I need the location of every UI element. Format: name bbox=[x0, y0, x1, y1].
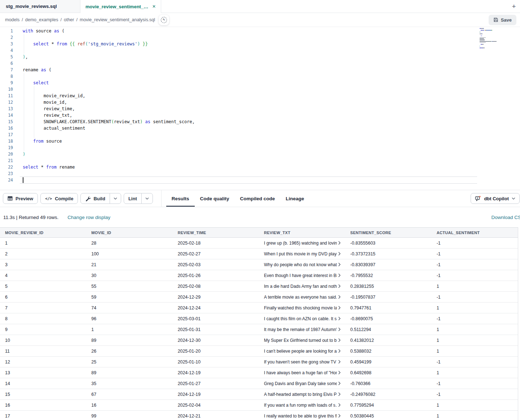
build-button[interactable]: Build bbox=[81, 193, 110, 204]
expand-row-icon[interactable] bbox=[338, 252, 341, 256]
expand-row-button[interactable] bbox=[338, 349, 341, 353]
expand-row-button[interactable] bbox=[338, 241, 341, 245]
expand-row-icon[interactable] bbox=[338, 360, 341, 364]
expand-row-icon[interactable] bbox=[338, 327, 341, 331]
expand-row-icon[interactable] bbox=[338, 338, 341, 342]
code-line[interactable]: 24 bbox=[0, 177, 520, 183]
cell-movie_review_id: 14 bbox=[0, 381, 86, 386]
code-line[interactable]: 16 actual_sentiment bbox=[0, 125, 520, 131]
code-line[interactable]: 18 from source bbox=[0, 138, 520, 144]
expand-row-icon[interactable] bbox=[338, 403, 341, 407]
expand-row-button[interactable] bbox=[338, 295, 341, 299]
table-row: 12252025-01-10If you haven't seen the go… bbox=[0, 357, 518, 367]
code-line[interactable]: 8 bbox=[0, 73, 520, 80]
expand-row-icon[interactable] bbox=[338, 295, 341, 299]
cell-review_txt: I caught this film on AZN on cable. It s… bbox=[259, 316, 345, 321]
cell-review_time: 2025-01-27 bbox=[173, 381, 259, 386]
tab-lineage[interactable]: Lineage bbox=[280, 190, 309, 207]
code-line[interactable]: 2 bbox=[0, 34, 520, 41]
expand-row-icon[interactable] bbox=[338, 371, 341, 375]
review-text: Greg Davis and Bryan Daly take some … bbox=[264, 381, 337, 386]
breadcrumb-item[interactable]: models bbox=[5, 17, 19, 22]
save-button[interactable]: Save bbox=[489, 15, 516, 25]
code-line[interactable]: 6 bbox=[0, 60, 520, 67]
expand-row-button[interactable] bbox=[338, 317, 341, 321]
cell-review_time: 2024-12-19 bbox=[173, 392, 259, 397]
code-editor[interactable]: 1with source as (23 select * from {{ ref… bbox=[0, 27, 520, 190]
line-number: 2 bbox=[0, 34, 13, 41]
code-line[interactable]: 13 review_time, bbox=[0, 106, 520, 112]
expand-row-button[interactable] bbox=[338, 284, 341, 288]
expand-row-icon[interactable] bbox=[338, 263, 341, 267]
line-number: 8 bbox=[0, 73, 13, 80]
tab-compiled-code[interactable]: Compiled code bbox=[235, 190, 281, 207]
expand-row-icon[interactable] bbox=[338, 284, 341, 288]
minimap[interactable] bbox=[480, 28, 505, 50]
expand-row-icon[interactable] bbox=[338, 392, 341, 396]
dbt-copilot-button[interactable]: dbt Copilot bbox=[471, 193, 520, 204]
code-line[interactable]: 5), bbox=[0, 54, 520, 60]
new-tab-button[interactable]: + bbox=[508, 0, 520, 13]
cell-actual_sentiment: 1 bbox=[432, 284, 518, 289]
download-csv-link[interactable]: Download CSV bbox=[491, 215, 520, 220]
code-line[interactable]: 11 movie_review_id, bbox=[0, 93, 520, 99]
breadcrumb-item[interactable]: demo_examples bbox=[25, 17, 58, 22]
code-line[interactable]: 3 select * from {{ ref('stg_movie_review… bbox=[0, 41, 520, 47]
tab-code-quality[interactable]: Code quality bbox=[195, 190, 235, 207]
expand-row-icon[interactable] bbox=[338, 273, 341, 277]
expand-row-button[interactable] bbox=[338, 392, 341, 396]
file-tab-movie-review-sentiment[interactable]: movie_review_sentiment_… ✕ bbox=[80, 0, 161, 13]
code-line[interactable]: 14 review_txt, bbox=[0, 112, 520, 119]
expand-row-button[interactable] bbox=[338, 273, 341, 277]
build-dropdown-button[interactable] bbox=[110, 193, 121, 204]
code-line[interactable]: 10 bbox=[0, 86, 520, 93]
expand-row-button[interactable] bbox=[338, 306, 341, 310]
copilot-edit-button[interactable]: ✎ bbox=[159, 15, 169, 25]
cell-sentiment_score: -0.24976082 bbox=[345, 392, 431, 397]
expand-row-button[interactable] bbox=[338, 371, 341, 375]
expand-row-button[interactable] bbox=[338, 360, 341, 364]
expand-row-icon[interactable] bbox=[338, 349, 341, 353]
results-table-body: 1282025-02-18I grew up (b. 1965) watchin… bbox=[0, 238, 518, 420]
code-line[interactable]: 21 bbox=[0, 157, 520, 164]
expand-row-button[interactable] bbox=[338, 327, 341, 331]
expand-row-button[interactable] bbox=[338, 252, 341, 256]
expand-row-button[interactable] bbox=[338, 338, 341, 342]
expand-row-button[interactable] bbox=[338, 414, 341, 418]
code-line[interactable]: 23 bbox=[0, 170, 520, 177]
code-line[interactable]: 4 bbox=[0, 47, 520, 54]
expand-row-button[interactable] bbox=[338, 403, 341, 407]
change-row-display-link[interactable]: Change row display bbox=[67, 215, 110, 220]
tab-results[interactable]: Results bbox=[166, 190, 195, 207]
code-line[interactable]: 20) bbox=[0, 151, 520, 157]
lint-button[interactable]: Lint bbox=[124, 193, 141, 204]
table-row: 11262025-01-20I can't believe people are… bbox=[0, 346, 518, 357]
breadcrumb-item[interactable]: movie_review_sentiment_analysis.sql bbox=[80, 17, 155, 22]
code-line[interactable]: 12 movie_id, bbox=[0, 99, 520, 106]
code-line[interactable]: 9 select bbox=[0, 80, 520, 86]
expand-row-icon[interactable] bbox=[338, 306, 341, 310]
breadcrumb-item[interactable]: other bbox=[64, 17, 74, 22]
cell-sentiment_score: 0.50380445 bbox=[345, 414, 431, 419]
compile-button[interactable]: </> Compile bbox=[40, 193, 78, 204]
file-tab-label: movie_review_sentiment_… bbox=[85, 4, 148, 9]
file-tab-stg-movie-reviews[interactable]: stg_movie_reviews.sql bbox=[0, 0, 80, 13]
expand-row-icon[interactable] bbox=[338, 414, 341, 418]
preview-button[interactable]: Preview bbox=[3, 193, 38, 204]
expand-row-icon[interactable] bbox=[338, 317, 341, 321]
expand-row-icon[interactable] bbox=[338, 241, 341, 245]
code-line[interactable]: 22select * from rename bbox=[0, 164, 520, 170]
expand-row-button[interactable] bbox=[338, 263, 341, 267]
expand-row-icon[interactable] bbox=[338, 381, 341, 385]
cell-review_time: 2024-12-19 bbox=[173, 370, 259, 375]
lint-dropdown-button[interactable] bbox=[141, 193, 153, 204]
code-line[interactable]: 15 SNOWFLAKE.CORTEX.SENTIMENT(review_txt… bbox=[0, 119, 520, 125]
code-line[interactable]: 19 bbox=[0, 144, 520, 151]
code-line[interactable]: 17 bbox=[0, 131, 520, 138]
code-line[interactable]: 7rename as ( bbox=[0, 67, 520, 73]
cell-review_time: 2024-12-24 bbox=[173, 305, 259, 310]
cell-movie_review_id: 13 bbox=[0, 370, 86, 375]
code-line[interactable]: 1with source as ( bbox=[0, 28, 520, 34]
expand-row-button[interactable] bbox=[338, 381, 341, 385]
close-tab-icon[interactable]: ✕ bbox=[152, 4, 156, 9]
